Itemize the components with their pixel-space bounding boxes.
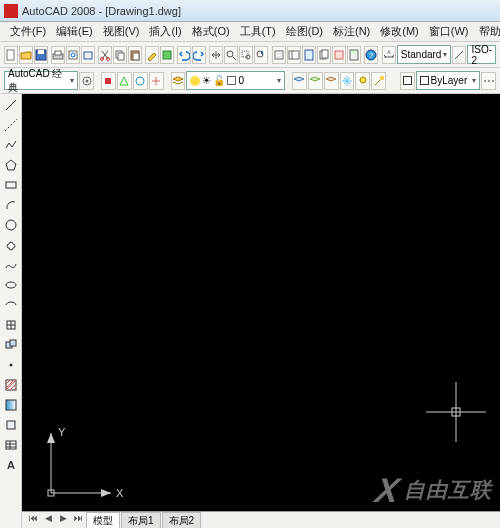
layer-freeze-button[interactable] <box>340 72 355 90</box>
svg-text:A: A <box>387 49 391 55</box>
copy-button[interactable] <box>113 46 127 64</box>
xline-tool[interactable] <box>2 116 20 134</box>
make-block-tool[interactable] <box>2 336 20 354</box>
linetype-icon[interactable] <box>481 72 496 90</box>
layer-dropdown[interactable]: ☀ 🔓 0 ▾ <box>186 71 284 90</box>
new-button[interactable] <box>4 46 18 64</box>
match-properties-button[interactable] <box>145 46 159 64</box>
menu-modify[interactable]: 修改(M) <box>376 22 423 41</box>
publish-button[interactable] <box>81 46 95 64</box>
ucs-x-label: X <box>116 487 124 499</box>
save-button[interactable] <box>34 46 48 64</box>
tab-prev-button[interactable]: ◀ <box>41 513 55 527</box>
drawing-canvas[interactable]: Y X X 自由互联 ⏮ ◀ ▶ ⏭ 模型 布局1 布局2 <box>22 94 500 528</box>
svg-rect-7 <box>84 52 92 59</box>
zoom-previous-button[interactable] <box>254 46 268 64</box>
markup-button[interactable] <box>332 46 346 64</box>
polyline-tool[interactable] <box>2 136 20 154</box>
color-value: ByLayer <box>431 75 468 86</box>
open-button[interactable] <box>19 46 33 64</box>
region-tool[interactable] <box>2 416 20 434</box>
svg-rect-13 <box>133 53 139 60</box>
block-editor-button[interactable] <box>160 46 174 64</box>
calc-button[interactable] <box>347 46 361 64</box>
svg-point-34 <box>360 77 366 83</box>
circle-tool[interactable] <box>2 216 20 234</box>
draw-toolbar: A <box>0 94 22 528</box>
hatch-tool[interactable] <box>2 376 20 394</box>
layer-iso-button[interactable] <box>324 72 339 90</box>
polygon-tool[interactable] <box>2 156 20 174</box>
dimstyle-button[interactable] <box>452 46 466 64</box>
svg-rect-14 <box>163 51 171 59</box>
layer-states-button[interactable] <box>308 72 323 90</box>
workspace-dropdown[interactable]: AutoCAD 经典 ▾ <box>4 71 78 90</box>
plot-preview-button[interactable] <box>66 46 80 64</box>
svg-rect-45 <box>7 421 15 429</box>
paste-button[interactable] <box>128 46 142 64</box>
design-center-button[interactable] <box>287 46 301 64</box>
layer-previous-button[interactable] <box>292 72 307 90</box>
color-control-icon[interactable] <box>400 72 415 90</box>
tab-layout1[interactable]: 布局1 <box>121 512 161 529</box>
svg-text:?: ? <box>368 51 373 60</box>
main-area: A Y X X 自由互联 ⏮ ◀ ▶ ⏭ 模型 布局1 布局2 <box>0 94 500 528</box>
menu-edit[interactable]: 编辑(E) <box>52 22 97 41</box>
textstyle-dropdown[interactable]: Standard ▾ <box>397 45 452 64</box>
mtext-tool[interactable]: A <box>2 456 20 474</box>
gradient-tool[interactable] <box>2 396 20 414</box>
layer-properties-button[interactable] <box>171 72 186 90</box>
layer-off-button[interactable] <box>355 72 370 90</box>
cut-button[interactable] <box>98 46 112 64</box>
dimstyle-dropdown[interactable]: ISO-2 <box>467 45 496 64</box>
menu-file[interactable]: 文件(F) <box>6 22 50 41</box>
osnap-midpoint-button[interactable] <box>117 72 132 90</box>
chevron-down-icon: ▾ <box>443 50 447 59</box>
revcloud-tool[interactable] <box>2 236 20 254</box>
layer-match-button[interactable] <box>371 72 386 90</box>
osnap-node-button[interactable] <box>149 72 164 90</box>
osnap-endpoint-button[interactable] <box>101 72 116 90</box>
spline-tool[interactable] <box>2 256 20 274</box>
rectangle-tool[interactable] <box>2 176 20 194</box>
pan-button[interactable] <box>209 46 223 64</box>
menu-dimension[interactable]: 标注(N) <box>329 22 374 41</box>
tab-model[interactable]: 模型 <box>86 512 120 529</box>
menu-help[interactable]: 帮助(H) <box>475 22 501 41</box>
help-button[interactable]: ? <box>364 46 378 64</box>
zoom-realtime-button[interactable] <box>224 46 238 64</box>
dimstyle-icon[interactable]: A <box>382 46 396 64</box>
zoom-window-button[interactable] <box>239 46 253 64</box>
ellipse-tool[interactable] <box>2 276 20 294</box>
color-dropdown[interactable]: ByLayer ▾ <box>416 71 481 90</box>
insert-block-tool[interactable] <box>2 316 20 334</box>
svg-rect-35 <box>380 76 384 80</box>
sheet-set-button[interactable] <box>317 46 331 64</box>
ellipse-arc-tool[interactable] <box>2 296 20 314</box>
tab-first-button[interactable]: ⏮ <box>26 513 40 527</box>
undo-button[interactable] <box>177 46 191 64</box>
menu-tools[interactable]: 工具(T) <box>236 22 280 41</box>
plot-button[interactable] <box>51 46 65 64</box>
arc-tool[interactable] <box>2 196 20 214</box>
menu-view[interactable]: 视图(V) <box>99 22 144 41</box>
dimstyle-value: ISO-2 <box>471 44 492 66</box>
tab-next-button[interactable]: ▶ <box>56 513 70 527</box>
tab-layout2[interactable]: 布局2 <box>162 512 202 529</box>
textstyle-value: Standard <box>401 49 442 60</box>
properties-button[interactable] <box>272 46 286 64</box>
menu-draw[interactable]: 绘图(D) <box>282 22 327 41</box>
menu-insert[interactable]: 插入(I) <box>145 22 185 41</box>
line-tool[interactable] <box>2 96 20 114</box>
watermark-x-icon: X <box>375 480 402 500</box>
workspace-settings-button[interactable] <box>79 72 94 90</box>
osnap-center-button[interactable] <box>133 72 148 90</box>
menu-window[interactable]: 窗口(W) <box>425 22 473 41</box>
table-tool[interactable] <box>2 436 20 454</box>
tab-last-button[interactable]: ⏭ <box>71 513 85 527</box>
tool-palettes-button[interactable] <box>302 46 316 64</box>
svg-point-15 <box>227 51 233 57</box>
menu-format[interactable]: 格式(O) <box>188 22 234 41</box>
point-tool[interactable] <box>2 356 20 374</box>
redo-button[interactable] <box>192 46 206 64</box>
